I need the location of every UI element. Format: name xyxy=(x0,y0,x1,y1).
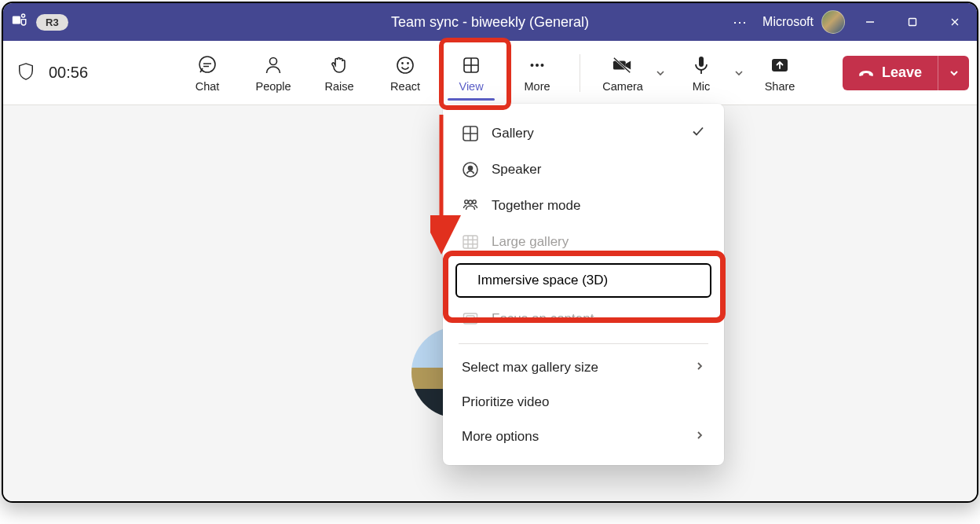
mic-button[interactable]: Mic xyxy=(668,46,734,101)
svg-text:T: T xyxy=(14,17,19,24)
view-option-label: Select max gallery size xyxy=(462,360,598,376)
privacy-shield-icon[interactable] xyxy=(17,62,35,84)
active-tab-underline xyxy=(448,98,495,101)
svg-rect-37 xyxy=(466,316,474,321)
view-option-label: Speaker xyxy=(492,162,541,178)
share-screen-icon xyxy=(770,53,790,77)
svg-point-10 xyxy=(402,62,403,63)
svg-point-17 xyxy=(541,64,544,67)
svg-rect-4 xyxy=(909,19,916,26)
more-label: More xyxy=(525,80,550,93)
camera-label: Camera xyxy=(602,80,643,93)
svg-point-15 xyxy=(531,64,534,67)
react-smile-icon xyxy=(395,53,415,77)
chat-icon xyxy=(197,53,218,77)
svg-point-11 xyxy=(408,62,408,63)
mic-label: Mic xyxy=(693,80,711,93)
view-option-large-gallery: Large gallery xyxy=(443,224,724,260)
view-option-prioritize-video[interactable]: Prioritize video xyxy=(443,385,724,420)
svg-point-16 xyxy=(536,64,539,67)
window-minimize-button[interactable] xyxy=(853,9,887,35)
svg-point-2 xyxy=(22,14,25,17)
toolbar-divider xyxy=(580,54,580,92)
view-grid-icon xyxy=(461,53,481,77)
window-close-button[interactable] xyxy=(938,9,972,35)
call-timer: 00:56 xyxy=(49,64,88,82)
view-option-label: Gallery xyxy=(492,126,534,141)
view-option-label: Immersive space (3D) xyxy=(477,273,608,288)
svg-rect-20 xyxy=(699,57,704,67)
raise-hand-icon xyxy=(329,53,349,77)
view-option-focus: Focus on content xyxy=(443,301,724,337)
svg-point-8 xyxy=(270,57,277,64)
share-button[interactable]: Share xyxy=(747,46,813,101)
dropdown-separator xyxy=(459,343,708,344)
view-option-label: Together mode xyxy=(492,198,580,214)
camera-off-icon xyxy=(612,53,633,77)
svg-point-30 xyxy=(469,200,473,204)
react-label: React xyxy=(390,80,420,93)
svg-point-29 xyxy=(473,200,476,203)
leave-label: Leave xyxy=(882,64,922,81)
meeting-toolbar: 00:56 Chat People xyxy=(3,41,977,105)
chevron-right-icon xyxy=(694,360,705,376)
more-button[interactable]: More xyxy=(504,46,570,101)
view-option-speaker[interactable]: Speaker xyxy=(443,152,724,188)
svg-rect-31 xyxy=(463,236,477,248)
large-gallery-icon xyxy=(462,233,479,251)
chat-button[interactable]: Chat xyxy=(174,46,240,101)
svg-rect-36 xyxy=(464,313,477,324)
svg-point-28 xyxy=(465,200,468,203)
people-button[interactable]: People xyxy=(240,46,306,101)
raise-hand-label: Raise xyxy=(325,80,354,93)
ring-badge: R3 xyxy=(36,14,68,31)
leave-button[interactable]: Leave xyxy=(843,56,938,90)
view-option-label: More options xyxy=(462,429,539,445)
leave-split-button: Leave xyxy=(843,56,969,90)
org-label: Microsoft xyxy=(762,15,814,29)
view-button[interactable]: View xyxy=(438,46,504,101)
camera-button[interactable]: Camera xyxy=(590,46,656,101)
teams-logo-icon: T xyxy=(11,12,28,32)
title-more-icon[interactable]: ⋯ xyxy=(726,9,755,35)
user-avatar[interactable] xyxy=(821,10,845,34)
view-dropdown: Gallery Speaker Together mode xyxy=(443,104,724,465)
leave-chevron-down-icon[interactable] xyxy=(938,56,969,90)
view-option-more-options[interactable]: More options xyxy=(443,420,724,454)
people-label: People xyxy=(255,80,291,93)
title-bar: T R3 Team sync - biweekly (General) ⋯ Mi… xyxy=(3,3,977,41)
gallery-grid-icon xyxy=(462,125,479,142)
share-label: Share xyxy=(765,80,795,93)
window-maximize-button[interactable] xyxy=(895,9,930,35)
view-option-together[interactable]: Together mode xyxy=(443,188,724,224)
checkmark-icon xyxy=(691,124,705,142)
react-button[interactable]: React xyxy=(372,46,438,101)
svg-point-9 xyxy=(397,57,413,73)
view-option-immersive[interactable]: Immersive space (3D) xyxy=(455,263,711,298)
mic-icon xyxy=(691,53,711,77)
view-option-label: Large gallery xyxy=(492,234,569,250)
svg-point-27 xyxy=(469,167,473,170)
together-mode-icon xyxy=(462,197,479,214)
speaker-view-icon xyxy=(462,161,479,178)
view-option-label: Focus on content xyxy=(492,311,594,327)
chat-label: Chat xyxy=(196,80,220,93)
view-option-label: Prioritize video xyxy=(462,394,550,410)
view-option-gallery[interactable]: Gallery xyxy=(443,115,724,152)
view-option-max-gallery[interactable]: Select max gallery size xyxy=(443,350,724,385)
more-ellipsis-icon xyxy=(527,53,547,77)
people-icon xyxy=(263,53,283,77)
teams-meeting-window: T R3 Team sync - biweekly (General) ⋯ Mi… xyxy=(2,2,978,503)
chevron-right-icon xyxy=(694,429,705,445)
view-label: View xyxy=(459,80,483,93)
focus-content-icon xyxy=(462,310,479,328)
raise-hand-button[interactable]: Raise xyxy=(306,46,372,101)
